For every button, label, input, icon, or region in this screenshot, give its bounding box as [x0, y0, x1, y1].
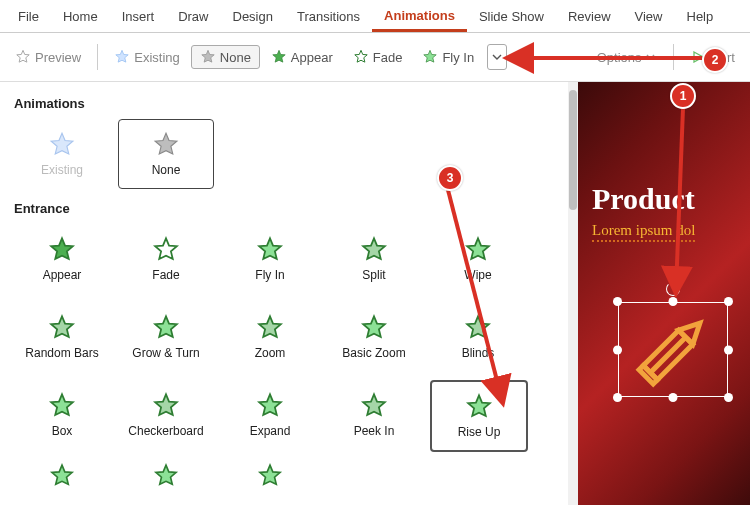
tile-wipe[interactable]: Wipe [430, 224, 526, 294]
star-icon [48, 314, 76, 342]
tile-fly-in[interactable]: Fly In [222, 224, 318, 294]
preview-label: Preview [35, 50, 81, 65]
options-button[interactable]: Options [588, 46, 664, 69]
tile-label: Box [52, 424, 73, 438]
chevron-down-icon [646, 53, 655, 62]
tile-label: Existing [41, 163, 83, 177]
tile-fade[interactable]: Fade [118, 224, 214, 294]
tile-zoom[interactable]: Zoom [222, 302, 318, 372]
star-icon [360, 314, 388, 342]
tile-label: Peek In [354, 424, 395, 438]
star-icon [200, 49, 216, 65]
tile-basic-zoom[interactable]: Basic Zoom [326, 302, 422, 372]
tile-checkerboard[interactable]: Checkerboard [118, 380, 214, 450]
tile-appear[interactable]: Appear [14, 224, 110, 294]
options-label: Options [597, 50, 642, 65]
existing-button[interactable]: Existing [105, 45, 189, 69]
star-icon [465, 393, 493, 421]
star-icon [256, 236, 284, 264]
tile-grow-turn[interactable]: Grow & Turn [118, 302, 214, 372]
star-icon [48, 236, 76, 264]
star-icon [48, 392, 76, 420]
ribbon-tabs: // rendered below via explicit markup fo… [0, 0, 750, 33]
tile-random-bars[interactable]: Random Bars [14, 302, 110, 372]
tab-insert[interactable]: Insert [110, 5, 167, 32]
tab-review[interactable]: Review [556, 5, 623, 32]
tab-file[interactable]: File [6, 5, 51, 32]
tile-blinds[interactable]: Blinds [430, 302, 526, 372]
star-icon [48, 131, 76, 159]
appear-button[interactable]: Appear [262, 45, 342, 69]
tab-help[interactable]: Help [675, 5, 726, 32]
tile-expand[interactable]: Expand [222, 380, 318, 450]
tab-view[interactable]: View [623, 5, 675, 32]
tab-draw[interactable]: Draw [166, 5, 220, 32]
star-icon [152, 392, 180, 420]
tab-design[interactable]: Design [221, 5, 285, 32]
star-icon [152, 462, 180, 490]
tile-label: Fade [152, 268, 179, 282]
tile-label: None [152, 163, 181, 177]
tile-more[interactable] [118, 460, 214, 492]
tab-animations[interactable]: Animations [372, 4, 467, 32]
slide-thumbnail[interactable]: Product Lorem ipsum dol [578, 82, 750, 505]
tab-transitions[interactable]: Transitions [285, 5, 372, 32]
tile-box[interactable]: Box [14, 380, 110, 450]
tile-more[interactable] [14, 460, 110, 492]
flyin-label: Fly In [442, 50, 474, 65]
tile-label: Checkerboard [128, 424, 203, 438]
tile-label: Appear [43, 268, 82, 282]
appear-label: Appear [291, 50, 333, 65]
preview-button[interactable]: Preview [6, 45, 90, 69]
selected-shape[interactable] [618, 302, 728, 397]
tile-label: Expand [250, 424, 291, 438]
separator [97, 44, 98, 70]
chevron-down-icon [492, 52, 502, 62]
none-button[interactable]: None [191, 45, 260, 69]
animations-toolbar: Preview Existing None Appear Fade Fly In… [0, 33, 750, 82]
tile-label: Zoom [255, 346, 286, 360]
tile-rise-up[interactable]: Rise Up [430, 380, 528, 452]
animation-gallery: Animations Existing None Entrance Appear… [0, 82, 578, 505]
animation-gallery-dropdown[interactable] [487, 44, 507, 70]
star-icon [152, 236, 180, 264]
callout-1: 1 [670, 83, 696, 109]
tile-label: Blinds [462, 346, 495, 360]
flyin-button[interactable]: Fly In [413, 45, 483, 69]
tile-existing[interactable]: Existing [14, 119, 110, 189]
star-icon [152, 314, 180, 342]
star-icon [114, 49, 130, 65]
tab-home[interactable]: Home [51, 5, 110, 32]
tile-none[interactable]: None [118, 119, 214, 189]
gallery-scrollbar[interactable] [568, 82, 578, 505]
tab-slideshow[interactable]: Slide Show [467, 5, 556, 32]
separator [673, 44, 674, 70]
pencil-icon [618, 302, 728, 397]
callout-2: 2 [702, 47, 728, 73]
star-icon [360, 392, 388, 420]
callout-3: 3 [437, 165, 463, 191]
group-entrance-label: Entrance [14, 201, 564, 216]
tile-label: Grow & Turn [132, 346, 199, 360]
star-icon [48, 462, 76, 490]
tile-split[interactable]: Split [326, 224, 422, 294]
tile-label: Basic Zoom [342, 346, 405, 360]
star-icon [422, 49, 438, 65]
fade-button[interactable]: Fade [344, 45, 412, 69]
star-icon [152, 131, 180, 159]
star-icon [464, 236, 492, 264]
tile-more[interactable] [222, 460, 318, 492]
none-label: None [220, 50, 251, 65]
star-icon [15, 49, 31, 65]
tile-peek-in[interactable]: Peek In [326, 380, 422, 450]
star-icon [256, 392, 284, 420]
group-animations-label: Animations [14, 96, 564, 111]
tile-label: Fly In [255, 268, 284, 282]
tile-label: Rise Up [458, 425, 501, 439]
star-icon [256, 462, 284, 490]
star-icon [353, 49, 369, 65]
rotate-handle[interactable] [666, 282, 680, 296]
scrollbar-thumb[interactable] [569, 90, 577, 210]
tile-label: Split [362, 268, 385, 282]
star-icon [271, 49, 287, 65]
